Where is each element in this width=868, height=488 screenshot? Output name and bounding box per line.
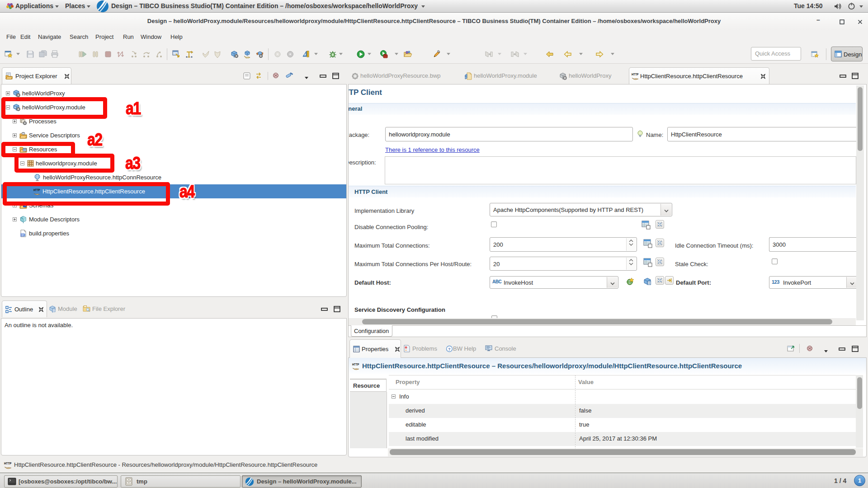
svg-text:HTTP: HTTP [632,72,638,76]
svg-text:?: ? [448,347,451,352]
svg-text:HTTP: HTTP [4,461,11,465]
svg-text:010: 010 [21,234,25,236]
svg-text:HTTP: HTTP [352,362,359,366]
